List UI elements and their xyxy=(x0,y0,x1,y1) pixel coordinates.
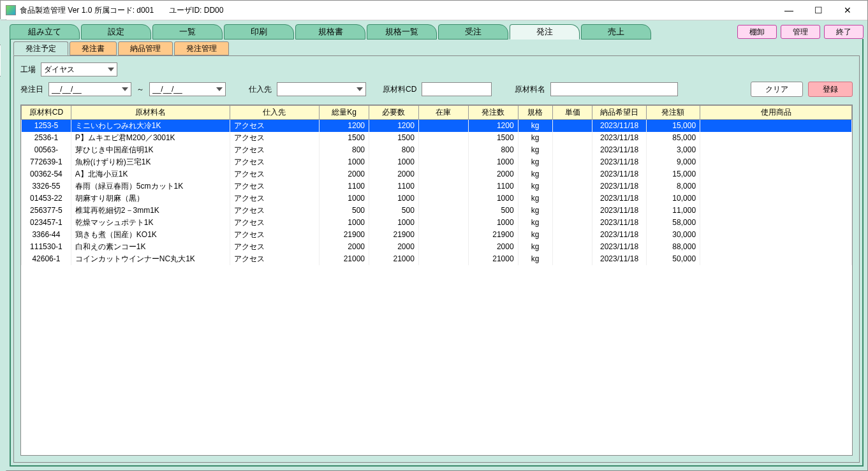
cell-due: 2023/11/18 xyxy=(592,132,646,144)
col-header-5[interactable]: 在庫 xyxy=(418,106,468,120)
main-tab-5[interactable]: 規格一覧 xyxy=(367,24,437,40)
sub-tab-2[interactable]: 納品管理 xyxy=(118,41,173,55)
minimize-button[interactable]: — xyxy=(774,1,804,19)
cell-cd: 1253-5 xyxy=(22,120,71,132)
cell-total: 2000 xyxy=(320,168,369,180)
right-button-0[interactable]: 棚卸 xyxy=(737,25,777,39)
cell-price xyxy=(552,205,592,217)
app-window: 食品製造管理 Ver 1.0 所属コード: d001 ユーザID: DD00 —… xyxy=(0,0,868,471)
table-row[interactable]: 01453-22胡麻すり胡麻（黒）アクセス100010001000kg2023/… xyxy=(22,192,852,205)
col-header-4[interactable]: 必要数 xyxy=(369,106,419,120)
window-title: 食品製造管理 Ver 1.0 所属コード: d001 ユーザID: DD00 xyxy=(20,5,774,16)
cell-name: 椎茸再乾細切2－3mm1K xyxy=(71,205,230,217)
data-grid[interactable]: 原材料CD原材料名仕入先総量Kg必要数在庫発注数規格単価納品希望日発注額使用商品… xyxy=(20,105,853,456)
supplier-select[interactable] xyxy=(277,82,366,96)
main-tab-2[interactable]: 一覧 xyxy=(152,24,223,40)
material-cd-input[interactable] xyxy=(422,82,492,96)
cell-due: 2023/11/18 xyxy=(592,156,646,168)
cell-amt: 58,000 xyxy=(646,217,700,229)
cell-price xyxy=(552,217,592,229)
table-row[interactable]: 2536-1P】ムキエビ君M200／3001Kアクセス150015001500k… xyxy=(22,132,852,144)
table-row[interactable]: 00362-54A】北海小豆1Kアクセス200020002000kg2023/1… xyxy=(22,168,852,180)
clear-button[interactable]: クリア xyxy=(751,82,803,97)
cell-amt: 3,000 xyxy=(646,144,700,156)
main-tab-8[interactable]: 売上 xyxy=(581,24,651,40)
main-tab-7[interactable]: 発注 xyxy=(510,24,580,40)
cell-sup: アクセス xyxy=(230,192,320,205)
col-header-3[interactable]: 総量Kg xyxy=(320,106,369,120)
cell-use xyxy=(700,192,852,205)
cell-total: 21900 xyxy=(320,229,369,241)
cell-need: 2000 xyxy=(369,168,419,180)
cell-qty: 21900 xyxy=(468,229,518,241)
table-row[interactable]: 3366-44鶏きも煮（国産）KO1Kアクセス219002190021900kg… xyxy=(22,229,852,241)
cell-use xyxy=(700,241,852,253)
col-header-7[interactable]: 規格 xyxy=(518,106,552,120)
table-row[interactable]: 111530-1白和えの素ンコー1Kアクセス200020002000kg2023… xyxy=(22,241,852,253)
table-row[interactable]: 3326-55春雨（緑豆春雨）5cmカット1Kアクセス110011001100k… xyxy=(22,180,852,192)
col-header-10[interactable]: 発注額 xyxy=(646,106,700,120)
date-from-input[interactable]: __/__/__ xyxy=(48,82,131,96)
cell-due: 2023/11/18 xyxy=(592,217,646,229)
col-header-1[interactable]: 原材料名 xyxy=(71,106,230,120)
sub-tab-1[interactable]: 発注書 xyxy=(70,41,117,55)
col-header-6[interactable]: 発注数 xyxy=(468,106,518,120)
cell-due: 2023/11/18 xyxy=(592,192,646,205)
table-row[interactable]: 256377-5椎茸再乾細切2－3mm1Kアクセス500500500kg2023… xyxy=(22,205,852,217)
maximize-button[interactable]: ☐ xyxy=(804,1,833,19)
cell-name: 胡麻すり胡麻（黒） xyxy=(71,192,230,205)
col-header-0[interactable]: 原材料CD xyxy=(22,106,71,120)
cell-cd: 42606-1 xyxy=(22,253,71,265)
table-row[interactable]: 772639-1魚粉(けずり粉)三宅1Kアクセス100010001000kg20… xyxy=(22,156,852,168)
main-tab-4[interactable]: 規格書 xyxy=(295,24,365,40)
right-button-2[interactable]: 終了 xyxy=(824,25,864,39)
cell-qty: 1000 xyxy=(468,156,518,168)
col-header-9[interactable]: 納品希望日 xyxy=(592,106,646,120)
sub-tab-0[interactable]: 発注予定 xyxy=(13,41,68,55)
factory-select[interactable]: ダイヤス xyxy=(41,62,117,76)
table-row[interactable]: 00563-芽ひじき中国産信明1Kアクセス800800800kg2023/11/… xyxy=(22,144,852,156)
cell-stock xyxy=(418,253,468,265)
table-row[interactable]: 023457-1乾燥マッシュポテト1Kアクセス100010001000kg202… xyxy=(22,217,852,229)
cell-stock xyxy=(418,168,468,180)
cell-price xyxy=(552,132,592,144)
table-row[interactable]: 1253-5ミニいわしつみれ大冷1Kアクセス120012001200kg2023… xyxy=(22,120,852,132)
register-button[interactable]: 登録 xyxy=(808,82,853,97)
cell-stock xyxy=(418,132,468,144)
cell-amt: 15,000 xyxy=(646,120,700,132)
main-tab-3[interactable]: 印刷 xyxy=(224,24,294,40)
cell-qty: 2000 xyxy=(468,241,518,253)
date-to-input[interactable]: __/__/__ xyxy=(149,82,226,96)
cell-name: 芽ひじき中国産信明1K xyxy=(71,144,230,156)
col-header-8[interactable]: 単価 xyxy=(552,106,592,120)
col-header-2[interactable]: 仕入先 xyxy=(230,106,320,120)
cell-due: 2023/11/18 xyxy=(592,180,646,192)
cell-total: 1000 xyxy=(320,156,369,168)
material-name-input[interactable] xyxy=(550,82,678,96)
cell-spec: kg xyxy=(518,120,552,132)
main-tab-1[interactable]: 設定 xyxy=(81,24,151,40)
cell-qty: 2000 xyxy=(468,168,518,180)
col-header-11[interactable]: 使用商品 xyxy=(700,106,852,120)
cell-use xyxy=(700,168,852,180)
table-row[interactable]: 42606-1コインカットウインナーNC丸大1Kアクセス210002100021… xyxy=(22,253,852,265)
cell-sup: アクセス xyxy=(230,168,320,180)
cell-amt: 30,000 xyxy=(646,229,700,241)
cell-amt: 85,000 xyxy=(646,132,700,144)
right-button-1[interactable]: 管理 xyxy=(781,25,820,39)
main-tab-0[interactable]: 組み立て xyxy=(10,24,80,40)
main-area: 組み立て設定一覧印刷規格書規格一覧受注発注売上 棚卸管理終了 発注予定発注書納品… xyxy=(1,20,867,470)
cell-need: 2000 xyxy=(369,241,419,253)
cell-price xyxy=(552,168,592,180)
cell-due: 2023/11/18 xyxy=(592,168,646,180)
supplier-label: 仕入先 xyxy=(249,84,272,95)
cell-due: 2023/11/18 xyxy=(592,120,646,132)
close-button[interactable]: ✕ xyxy=(833,1,862,19)
cell-need: 500 xyxy=(369,205,419,217)
main-tab-6[interactable]: 受注 xyxy=(438,24,508,40)
sub-tab-3[interactable]: 発注管理 xyxy=(174,41,229,55)
cell-cd: 111530-1 xyxy=(22,241,71,253)
cell-spec: kg xyxy=(518,205,552,217)
cell-spec: kg xyxy=(518,144,552,156)
cell-stock xyxy=(418,217,468,229)
